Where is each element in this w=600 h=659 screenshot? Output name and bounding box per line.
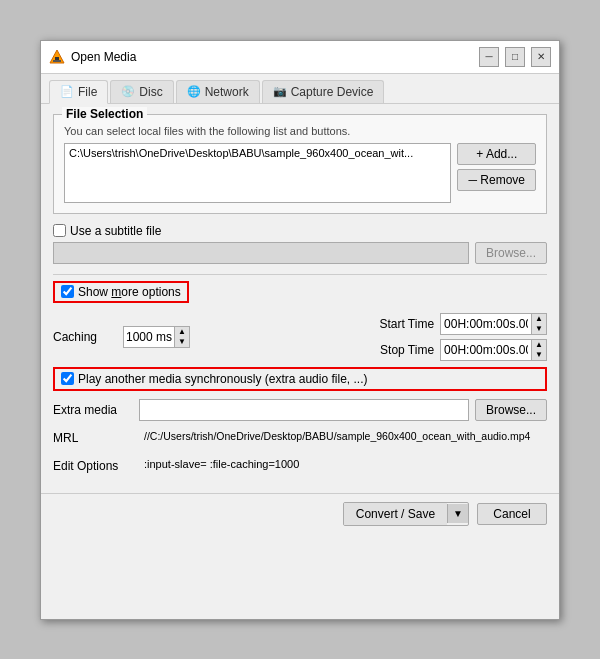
tab-capture[interactable]: 📷 Capture Device <box>262 80 385 103</box>
start-time-up[interactable]: ▲ <box>532 314 546 324</box>
file-tab-icon: 📄 <box>60 85 74 98</box>
main-content: File Selection You can select local file… <box>41 104 559 493</box>
subtitle-label-text: Use a subtitle file <box>70 224 161 238</box>
subtitle-browse-button[interactable]: Browse... <box>475 242 547 264</box>
extra-media-input[interactable] <box>139 399 469 421</box>
caching-spinbox[interactable]: ▲ ▼ <box>123 326 190 348</box>
stop-time-arrows: ▲ ▼ <box>531 340 546 360</box>
show-more-checkbox[interactable] <box>61 285 74 298</box>
window-controls: ─ □ ✕ <box>479 47 551 67</box>
file-selection-group: File Selection You can select local file… <box>53 114 547 214</box>
file-selection-description: You can select local files with the foll… <box>64 125 536 137</box>
file-list-box[interactable]: C:\Users\trish\OneDrive\Desktop\BABU\sam… <box>64 143 451 203</box>
start-time-label: Start Time <box>374 317 434 331</box>
show-more-box: Show more options <box>53 281 189 303</box>
edit-options-row: Edit Options :input-slave= :file-caching… <box>53 455 547 477</box>
convert-save-split: Convert / Save ▼ <box>343 502 469 526</box>
cancel-button[interactable]: Cancel <box>477 503 547 525</box>
start-time-arrows: ▲ ▼ <box>531 314 546 334</box>
stop-time-input[interactable] <box>441 343 531 357</box>
caching-input[interactable] <box>124 330 174 344</box>
subtitle-input[interactable] <box>53 242 469 264</box>
file-selection-title: File Selection <box>62 107 147 121</box>
stop-time-label: Stop Time <box>374 343 434 357</box>
bottom-bar: Convert / Save ▼ Cancel <box>41 493 559 534</box>
tab-bar: 📄 File 💿 Disc 🌐 Network 📷 Capture Device <box>41 74 559 104</box>
play-sync-label[interactable]: Play another media synchronously (extra … <box>61 372 367 386</box>
options-row: Caching ▲ ▼ Start Time ▲ ▼ <box>53 313 547 361</box>
minimize-button[interactable]: ─ <box>479 47 499 67</box>
time-section: Start Time ▲ ▼ Stop Time ▲ <box>374 313 547 361</box>
divider-1 <box>53 274 547 275</box>
file-list-row: C:\Users\trish\OneDrive\Desktop\BABU\sam… <box>64 143 536 203</box>
network-tab-icon: 🌐 <box>187 85 201 98</box>
show-more-label[interactable]: Show more options <box>61 285 181 299</box>
tab-file-label: File <box>78 85 97 99</box>
start-time-spinbox[interactable]: ▲ ▼ <box>440 313 547 335</box>
edit-options-label: Edit Options <box>53 459 133 473</box>
tab-network-label: Network <box>205 85 249 99</box>
extra-media-label: Extra media <box>53 403 133 417</box>
mrl-value: //C:/Users/trish/OneDrive/Desktop/BABU/s… <box>139 427 547 449</box>
remove-button[interactable]: ─ Remove <box>457 169 536 191</box>
extra-media-browse-button[interactable]: Browse... <box>475 399 547 421</box>
edit-options-value: :input-slave= :file-caching=1000 <box>139 455 547 477</box>
open-media-dialog: Open Media ─ □ ✕ 📄 File 💿 Disc 🌐 Network… <box>40 40 560 620</box>
window-title: Open Media <box>71 50 479 64</box>
disc-tab-icon: 💿 <box>121 85 135 98</box>
start-time-input[interactable] <box>441 317 531 331</box>
mrl-label: MRL <box>53 431 133 445</box>
stop-time-up[interactable]: ▲ <box>532 340 546 350</box>
stop-time-spinbox[interactable]: ▲ ▼ <box>440 339 547 361</box>
caching-label: Caching <box>53 330 113 344</box>
maximize-button[interactable]: □ <box>505 47 525 67</box>
subtitle-checkbox-label[interactable]: Use a subtitle file <box>53 224 161 238</box>
start-time-row: Start Time ▲ ▼ <box>374 313 547 335</box>
tab-network[interactable]: 🌐 Network <box>176 80 260 103</box>
capture-tab-icon: 📷 <box>273 85 287 98</box>
subtitle-input-row: Browse... <box>53 242 547 264</box>
caching-up[interactable]: ▲ <box>175 327 189 337</box>
show-more-text: Show more options <box>78 285 181 299</box>
play-sync-checkbox[interactable] <box>61 372 74 385</box>
caching-down[interactable]: ▼ <box>175 337 189 347</box>
tab-file[interactable]: 📄 File <box>49 80 108 104</box>
subtitle-checkbox[interactable] <box>53 224 66 237</box>
stop-time-row: Stop Time ▲ ▼ <box>374 339 547 361</box>
vlc-icon <box>49 49 65 65</box>
subtitle-checkbox-row: Use a subtitle file <box>53 224 547 238</box>
convert-save-button[interactable]: Convert / Save <box>344 503 447 525</box>
play-sync-box: Play another media synchronously (extra … <box>53 367 547 391</box>
tab-disc[interactable]: 💿 Disc <box>110 80 173 103</box>
svg-rect-2 <box>53 60 61 62</box>
file-path-text: C:\Users\trish\OneDrive\Desktop\BABU\sam… <box>69 147 413 159</box>
tab-capture-label: Capture Device <box>291 85 374 99</box>
stop-time-down[interactable]: ▼ <box>532 350 546 360</box>
add-button[interactable]: + Add... <box>457 143 536 165</box>
caching-arrows: ▲ ▼ <box>174 327 189 347</box>
convert-save-arrow[interactable]: ▼ <box>447 504 468 523</box>
play-sync-text: Play another media synchronously (extra … <box>78 372 367 386</box>
title-bar: Open Media ─ □ ✕ <box>41 41 559 74</box>
extra-media-row: Extra media Browse... <box>53 399 547 421</box>
file-list-buttons: + Add... ─ Remove <box>457 143 536 191</box>
start-time-down[interactable]: ▼ <box>532 324 546 334</box>
tab-disc-label: Disc <box>139 85 162 99</box>
mrl-row: MRL //C:/Users/trish/OneDrive/Desktop/BA… <box>53 427 547 449</box>
close-button[interactable]: ✕ <box>531 47 551 67</box>
